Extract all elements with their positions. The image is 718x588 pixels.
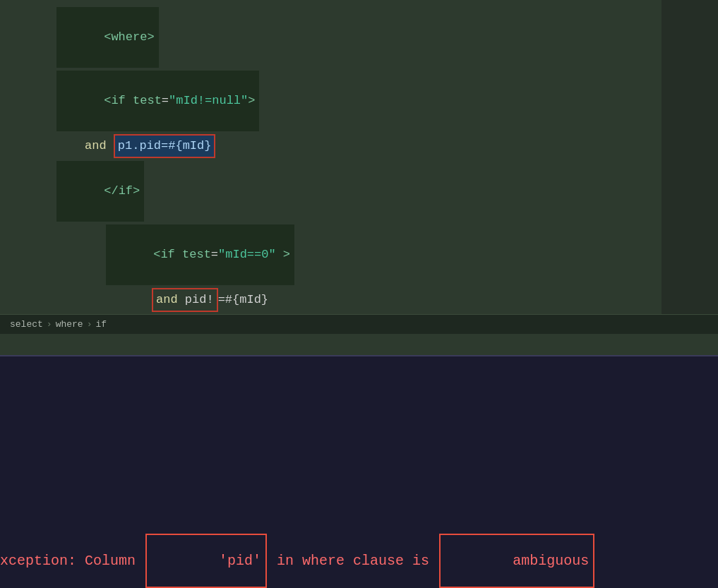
tag-where: <where> xyxy=(56,7,159,68)
minimap[interactable] xyxy=(662,0,718,314)
code-line-and1: and p1.pid=#{mId} xyxy=(0,133,718,160)
code-line-endif2: </if> xyxy=(0,313,718,314)
code-line-and2: and pid!=#{mId} xyxy=(0,287,718,313)
error-line: xception: Column 'pid' in where clause i… xyxy=(0,527,596,588)
tag-endif1: </if> xyxy=(56,161,144,222)
error-pid-label: 'pid' xyxy=(219,553,261,569)
code-line-where: <where> xyxy=(0,6,718,69)
tag-if2: <if test="mId==0" > xyxy=(106,224,294,285)
tag-if1: <if test="mId!=null"> xyxy=(56,71,259,131)
error-text-in-where: in where clause is xyxy=(268,553,438,569)
status-bar: select › where › if xyxy=(0,314,718,334)
code-line-if2: <if test="mId==0" > xyxy=(0,223,718,287)
code-line-endif1: </if> xyxy=(0,160,718,223)
code-line-if1: <if test="mId!=null"> xyxy=(0,69,718,133)
error-highlight-ambiguous: ambiguous xyxy=(439,534,594,588)
highlight-p1-pid: p1.pid=#{mId} xyxy=(114,134,216,158)
breadcrumb-sep-1: › xyxy=(47,319,52,330)
code-editor: <where> <if test="mId!=null"> and p1.pid… xyxy=(0,0,718,314)
error-text-before-pid: xception: Column xyxy=(0,553,144,569)
breadcrumb-item-select: select xyxy=(10,319,43,330)
bottom-panel: xception: Column 'pid' in where clause i… xyxy=(0,355,718,588)
error-ambiguous-label: ambiguous xyxy=(513,553,589,569)
breadcrumb-item-where: where xyxy=(56,319,83,330)
highlight-pid-not: and pid! xyxy=(152,288,218,312)
error-highlight-pid: 'pid' xyxy=(145,534,267,588)
breadcrumb-item-if: if xyxy=(95,319,107,330)
breadcrumb-sep-2: › xyxy=(87,319,92,330)
